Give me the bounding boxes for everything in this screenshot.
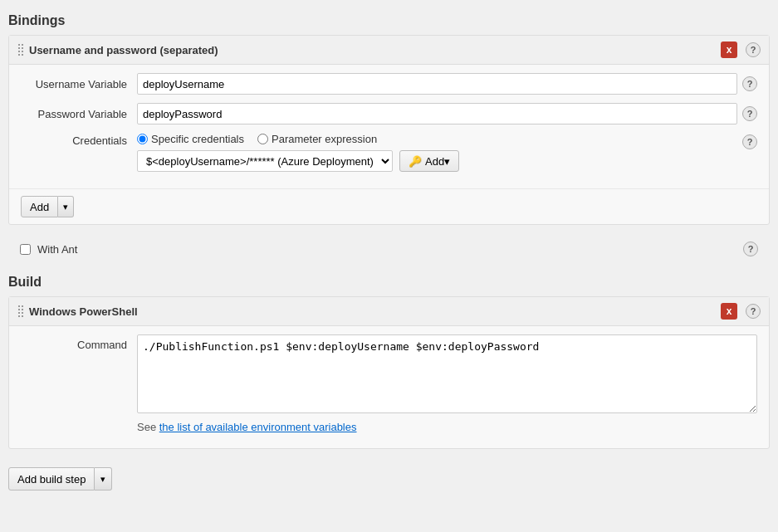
with-ant-checkbox[interactable]	[20, 244, 31, 255]
password-help-icon[interactable]: ?	[742, 106, 757, 121]
radio-parameter-input[interactable]	[257, 134, 268, 144]
env-link-row: See the list of available environment va…	[137, 421, 757, 433]
credential-select-row: $<deployUsername>/****** (Azure Deployme…	[137, 150, 737, 172]
username-label: Username Variable	[21, 78, 137, 90]
build-title: Build	[8, 275, 770, 290]
bindings-panel: Username and password (separated) x ? Us…	[8, 35, 770, 225]
credentials-content: Specific credentials Parameter expressio…	[137, 133, 737, 172]
radio-specific-label: Specific credentials	[151, 133, 244, 145]
command-row: Command See the list of available enviro…	[21, 334, 757, 433]
header-right: x ?	[721, 41, 761, 58]
username-input[interactable]	[137, 73, 737, 95]
build-panel-header: Windows PowerShell x ?	[9, 297, 769, 326]
build-panel: Windows PowerShell x ? Command See the l…	[8, 296, 770, 449]
credentials-label: Credentials	[21, 133, 137, 147]
password-input[interactable]	[137, 103, 737, 124]
username-help-icon[interactable]: ?	[742, 76, 757, 91]
command-label: Command	[21, 334, 137, 351]
with-ant-label: With Ant	[37, 243, 77, 256]
add-credential-label: Add▾	[425, 155, 450, 168]
build-panel-body: Command See the list of available enviro…	[9, 326, 769, 448]
credential-select[interactable]: $<deployUsername>/****** (Azure Deployme…	[137, 150, 393, 172]
panel-body: Username Variable ? Password Variable ? …	[9, 65, 769, 188]
bindings-section: Bindings Username and password (separate…	[8, 13, 770, 263]
add-build-step-arrow-button[interactable]: ▾	[95, 467, 112, 491]
password-row: Password Variable ?	[21, 103, 757, 124]
password-label: Password Variable	[21, 108, 137, 120]
build-header-right: x ?	[721, 303, 761, 320]
add-bottom-row: Add ▾	[9, 188, 769, 224]
command-textarea[interactable]	[137, 334, 757, 413]
with-ant-row: With Ant ?	[8, 235, 770, 263]
username-row: Username Variable ?	[21, 73, 757, 95]
help-icon[interactable]: ?	[746, 42, 761, 57]
add-main-button[interactable]: Add	[21, 196, 58, 217]
add-arrow-button[interactable]: ▾	[58, 196, 74, 217]
add-build-step-group: Add build step ▾	[8, 467, 770, 491]
credentials-help-icon[interactable]: ?	[742, 134, 757, 149]
add-build-step-main-button[interactable]: Add build step	[8, 467, 95, 491]
add-build-step-row: Add build step ▾	[8, 459, 770, 499]
build-section: Build Windows PowerShell x ? Command See…	[8, 275, 770, 499]
build-close-button[interactable]: x	[721, 303, 737, 320]
add-credential-button[interactable]: 🔑 Add▾	[399, 150, 459, 172]
radio-specific-option[interactable]: Specific credentials	[137, 133, 244, 145]
radio-parameter-option[interactable]: Parameter expression	[257, 133, 377, 145]
build-panel-title: Windows PowerShell	[29, 305, 721, 318]
radio-group: Specific credentials Parameter expressio…	[137, 133, 737, 145]
build-help-icon[interactable]: ?	[746, 304, 761, 319]
command-content: See the list of available environment va…	[137, 334, 757, 433]
drag-handle-icon	[17, 43, 24, 56]
close-button[interactable]: x	[721, 41, 737, 58]
with-ant-help-icon[interactable]: ?	[743, 242, 758, 256]
credentials-row: Credentials Specific credentials Paramet…	[21, 133, 757, 172]
env-text: See	[137, 421, 159, 433]
bindings-title: Bindings	[8, 13, 770, 28]
panel-header: Username and password (separated) x ?	[9, 36, 769, 65]
radio-specific-input[interactable]	[137, 134, 148, 144]
add-button-group: Add ▾	[21, 196, 757, 217]
panel-title: Username and password (separated)	[29, 44, 721, 56]
key-icon: 🔑	[409, 155, 422, 168]
radio-parameter-label: Parameter expression	[272, 133, 377, 145]
build-drag-handle-icon	[17, 305, 24, 318]
env-link[interactable]: the list of available environment variab…	[159, 421, 357, 433]
